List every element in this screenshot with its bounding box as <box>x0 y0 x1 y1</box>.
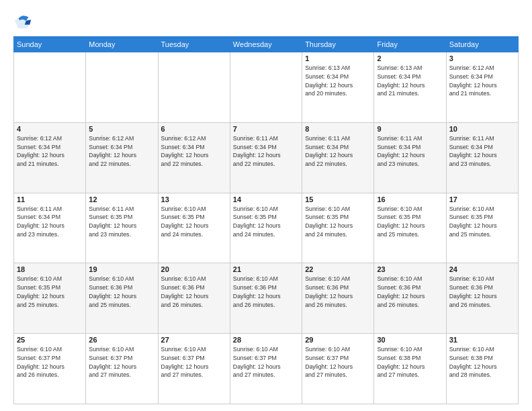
day-info: Sunrise: 6:11 AM Sunset: 6:34 PM Dayligh… <box>17 205 83 239</box>
day-number: 27 <box>161 336 227 344</box>
day-number: 21 <box>233 265 299 273</box>
day-number: 14 <box>233 195 299 203</box>
day-number: 28 <box>233 336 299 344</box>
header-row: SundayMondayTuesdayWednesdayThursdayFrid… <box>14 37 519 52</box>
day-info: Sunrise: 6:10 AM Sunset: 6:35 PM Dayligh… <box>233 205 299 239</box>
day-number: 23 <box>377 265 443 273</box>
day-number: 8 <box>305 125 371 133</box>
day-number: 26 <box>89 336 154 344</box>
day-info: Sunrise: 6:10 AM Sunset: 6:37 PM Dayligh… <box>233 345 299 379</box>
day-cell: 11Sunrise: 6:11 AM Sunset: 6:34 PM Dayli… <box>14 193 86 263</box>
day-info: Sunrise: 6:10 AM Sunset: 6:36 PM Dayligh… <box>377 275 443 309</box>
day-info: Sunrise: 6:10 AM Sunset: 6:35 PM Dayligh… <box>305 205 371 239</box>
day-cell: 23Sunrise: 6:10 AM Sunset: 6:36 PM Dayli… <box>374 263 446 334</box>
day-info: Sunrise: 6:12 AM Sunset: 6:34 PM Dayligh… <box>449 64 515 98</box>
day-cell <box>14 52 86 123</box>
day-cell: 9Sunrise: 6:11 AM Sunset: 6:34 PM Daylig… <box>374 122 446 193</box>
day-info: Sunrise: 6:13 AM Sunset: 6:34 PM Dayligh… <box>377 64 443 98</box>
day-cell: 1Sunrise: 6:13 AM Sunset: 6:34 PM Daylig… <box>302 52 374 123</box>
day-info: Sunrise: 6:10 AM Sunset: 6:38 PM Dayligh… <box>377 345 443 379</box>
day-info: Sunrise: 6:10 AM Sunset: 6:36 PM Dayligh… <box>449 275 515 309</box>
day-number: 17 <box>449 195 515 203</box>
col-header-tuesday: Tuesday <box>158 37 230 52</box>
day-number: 25 <box>17 336 83 344</box>
day-info: Sunrise: 6:11 AM Sunset: 6:34 PM Dayligh… <box>305 134 371 169</box>
day-number: 16 <box>377 195 443 203</box>
day-cell: 25Sunrise: 6:10 AM Sunset: 6:37 PM Dayli… <box>14 334 86 404</box>
day-info: Sunrise: 6:10 AM Sunset: 6:35 PM Dayligh… <box>377 205 443 239</box>
day-number: 20 <box>161 265 227 273</box>
day-info: Sunrise: 6:10 AM Sunset: 6:35 PM Dayligh… <box>17 275 83 309</box>
day-cell <box>86 52 158 123</box>
day-number: 5 <box>89 125 154 133</box>
day-cell: 18Sunrise: 6:10 AM Sunset: 6:35 PM Dayli… <box>14 263 86 334</box>
day-number: 15 <box>305 195 371 203</box>
calendar-table: SundayMondayTuesdayWednesdayThursdayFrid… <box>13 36 519 404</box>
day-number: 29 <box>305 336 371 344</box>
day-cell: 8Sunrise: 6:11 AM Sunset: 6:34 PM Daylig… <box>302 122 374 193</box>
day-info: Sunrise: 6:10 AM Sunset: 6:35 PM Dayligh… <box>449 205 515 239</box>
day-info: Sunrise: 6:10 AM Sunset: 6:36 PM Dayligh… <box>161 275 227 309</box>
col-header-monday: Monday <box>86 37 158 52</box>
day-info: Sunrise: 6:11 AM Sunset: 6:34 PM Dayligh… <box>233 134 299 169</box>
day-info: Sunrise: 6:12 AM Sunset: 6:34 PM Dayligh… <box>89 134 154 169</box>
day-cell: 7Sunrise: 6:11 AM Sunset: 6:34 PM Daylig… <box>230 122 302 193</box>
day-cell: 3Sunrise: 6:12 AM Sunset: 6:34 PM Daylig… <box>446 52 518 123</box>
calendar-header: SundayMondayTuesdayWednesdayThursdayFrid… <box>14 37 519 52</box>
day-info: Sunrise: 6:10 AM Sunset: 6:37 PM Dayligh… <box>161 345 227 379</box>
week-row-1: 4Sunrise: 6:12 AM Sunset: 6:34 PM Daylig… <box>14 122 519 193</box>
day-info: Sunrise: 6:10 AM Sunset: 6:36 PM Dayligh… <box>305 275 371 309</box>
day-cell: 5Sunrise: 6:12 AM Sunset: 6:34 PM Daylig… <box>86 122 158 193</box>
day-cell: 14Sunrise: 6:10 AM Sunset: 6:35 PM Dayli… <box>230 193 302 263</box>
day-cell: 30Sunrise: 6:10 AM Sunset: 6:38 PM Dayli… <box>374 334 446 404</box>
day-info: Sunrise: 6:10 AM Sunset: 6:37 PM Dayligh… <box>89 345 154 379</box>
day-number: 10 <box>449 125 515 133</box>
day-cell: 24Sunrise: 6:10 AM Sunset: 6:36 PM Dayli… <box>446 263 518 334</box>
col-header-friday: Friday <box>374 37 446 52</box>
day-info: Sunrise: 6:10 AM Sunset: 6:37 PM Dayligh… <box>17 345 83 379</box>
day-cell: 21Sunrise: 6:10 AM Sunset: 6:36 PM Dayli… <box>230 263 302 334</box>
col-header-wednesday: Wednesday <box>230 37 302 52</box>
day-cell: 31Sunrise: 6:10 AM Sunset: 6:38 PM Dayli… <box>446 334 518 404</box>
day-info: Sunrise: 6:10 AM Sunset: 6:36 PM Dayligh… <box>89 275 154 309</box>
day-number: 9 <box>377 125 443 133</box>
day-number: 11 <box>17 195 83 203</box>
day-cell: 28Sunrise: 6:10 AM Sunset: 6:37 PM Dayli… <box>230 334 302 404</box>
day-cell <box>230 52 302 123</box>
day-number: 13 <box>161 195 227 203</box>
col-header-sunday: Sunday <box>14 37 86 52</box>
day-cell: 20Sunrise: 6:10 AM Sunset: 6:36 PM Dayli… <box>158 263 230 334</box>
day-number: 12 <box>89 195 154 203</box>
page: SundayMondayTuesdayWednesdayThursdayFrid… <box>0 0 532 411</box>
day-cell: 12Sunrise: 6:11 AM Sunset: 6:35 PM Dayli… <box>86 193 158 263</box>
day-cell: 10Sunrise: 6:11 AM Sunset: 6:34 PM Dayli… <box>446 122 518 193</box>
logo-icon <box>13 12 32 31</box>
day-number: 3 <box>449 54 515 62</box>
day-cell <box>158 52 230 123</box>
day-info: Sunrise: 6:10 AM Sunset: 6:37 PM Dayligh… <box>305 345 371 379</box>
calendar-body: 1Sunrise: 6:13 AM Sunset: 6:34 PM Daylig… <box>14 52 519 404</box>
day-cell: 27Sunrise: 6:10 AM Sunset: 6:37 PM Dayli… <box>158 334 230 404</box>
day-cell: 29Sunrise: 6:10 AM Sunset: 6:37 PM Dayli… <box>302 334 374 404</box>
day-cell: 17Sunrise: 6:10 AM Sunset: 6:35 PM Dayli… <box>446 193 518 263</box>
week-row-2: 11Sunrise: 6:11 AM Sunset: 6:34 PM Dayli… <box>14 193 519 263</box>
col-header-saturday: Saturday <box>446 37 518 52</box>
day-cell: 26Sunrise: 6:10 AM Sunset: 6:37 PM Dayli… <box>86 334 158 404</box>
day-number: 24 <box>449 265 515 273</box>
day-cell: 2Sunrise: 6:13 AM Sunset: 6:34 PM Daylig… <box>374 52 446 123</box>
week-row-4: 25Sunrise: 6:10 AM Sunset: 6:37 PM Dayli… <box>14 334 519 404</box>
day-cell: 6Sunrise: 6:12 AM Sunset: 6:34 PM Daylig… <box>158 122 230 193</box>
col-header-thursday: Thursday <box>302 37 374 52</box>
header <box>13 12 519 31</box>
day-info: Sunrise: 6:11 AM Sunset: 6:34 PM Dayligh… <box>377 134 443 169</box>
day-info: Sunrise: 6:11 AM Sunset: 6:35 PM Dayligh… <box>89 205 154 239</box>
day-number: 7 <box>233 125 299 133</box>
logo <box>13 12 35 31</box>
day-info: Sunrise: 6:10 AM Sunset: 6:36 PM Dayligh… <box>233 275 299 309</box>
day-info: Sunrise: 6:10 AM Sunset: 6:38 PM Dayligh… <box>449 345 515 379</box>
day-number: 1 <box>305 54 371 62</box>
day-cell: 4Sunrise: 6:12 AM Sunset: 6:34 PM Daylig… <box>14 122 86 193</box>
day-cell: 16Sunrise: 6:10 AM Sunset: 6:35 PM Dayli… <box>374 193 446 263</box>
week-row-3: 18Sunrise: 6:10 AM Sunset: 6:35 PM Dayli… <box>14 263 519 334</box>
day-number: 19 <box>89 265 154 273</box>
